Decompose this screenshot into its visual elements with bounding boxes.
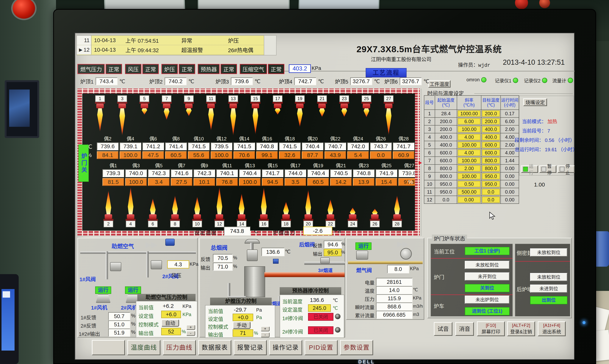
roof-temp-label: 炉顶2 xyxy=(149,78,163,85)
target-temp-value[interactable]: 400.0 xyxy=(482,134,500,140)
rate-value[interactable]: 100.00 xyxy=(458,126,480,132)
pause-button[interactable]: 暂停 xyxy=(539,165,556,173)
gas-pressure-unit: KPa xyxy=(312,65,321,71)
chamber-set-label: 设定值 xyxy=(208,315,223,322)
preheat-set-value[interactable]: 245.0 xyxy=(308,304,331,312)
target-temp-value[interactable]: 950.0 xyxy=(482,173,500,179)
burner-base xyxy=(339,102,349,104)
chamber-out-decrease-button[interactable]: - xyxy=(261,332,270,337)
rate-value[interactable]: 6.00 xyxy=(458,118,480,125)
target-cell: 200.0 xyxy=(481,117,501,125)
burner-nozzle-icon xyxy=(260,214,267,219)
rate-value[interactable]: 100.00 xyxy=(458,157,480,164)
rate-value[interactable]: 4.00 xyxy=(458,150,480,156)
gas-row-unit-压力: KPa xyxy=(413,295,421,301)
nav-button-数据报表[interactable]: 数据报表 xyxy=(198,340,231,355)
alarm-list-scrollbar[interactable] xyxy=(264,35,277,55)
roof-temp-label: 炉顶4 xyxy=(279,78,292,85)
segment-number: 3 xyxy=(424,125,435,133)
target-temp-value[interactable]: 0.0 xyxy=(482,189,500,195)
workpiece-temp-button[interactable]: 工件温度 xyxy=(428,80,450,88)
fkey-button-退出系统[interactable]: [A1t+F4]退出系统 xyxy=(538,321,566,336)
burner-settings-button[interactable]: 烧嘴设定 xyxy=(523,98,547,106)
rate-value[interactable]: 500.00 xyxy=(458,189,480,195)
burner-number: 4 xyxy=(126,221,135,227)
nav-button-压力曲线[interactable]: 压力曲线 xyxy=(163,340,196,355)
chamber-out-value[interactable]: 71 xyxy=(233,329,253,337)
thermocouple-temp: 740.4 xyxy=(302,143,323,150)
program-row-12: 120.00.000.00.00 xyxy=(424,196,519,204)
rate-value[interactable]: 100.00 xyxy=(458,142,480,148)
stop-button[interactable]: 停止 xyxy=(557,165,575,173)
thermocouple-temp: 744.0 xyxy=(285,169,306,177)
rear-out-value[interactable]: 95.0 xyxy=(324,249,342,256)
thermocouple-label: 偶7 xyxy=(171,162,192,169)
thermocouple-temp: 740.8 xyxy=(353,169,374,177)
alarm-row-number: 11 xyxy=(77,36,92,45)
gas-valve-icon[interactable] xyxy=(356,251,368,260)
rate-value[interactable]: 100.00 xyxy=(458,173,480,179)
gas-pressure-value[interactable]: 403.2 xyxy=(289,64,311,73)
target-temp-value[interactable]: 0.0 xyxy=(482,196,500,203)
target-temp-value[interactable]: 950.0 xyxy=(482,181,500,187)
target-temp-value[interactable]: 200.0 xyxy=(482,110,500,117)
roof-temp-6: 炉顶63276.7℃ xyxy=(384,78,429,85)
alarm-row[interactable]: ▶1210-04-13上午 09:44:32超温报警26#热电偶 xyxy=(77,45,264,55)
emergency-stop-button[interactable] xyxy=(11,0,37,20)
air-mode-button[interactable]: 自动 xyxy=(161,319,179,327)
fkey-button-屏幕打印[interactable]: [F10]屏幕打印 xyxy=(477,321,505,336)
nav-button-PID设置[interactable]: PID设置 xyxy=(304,340,338,355)
run-button[interactable]: 运行 xyxy=(521,165,538,173)
nav-button-操作记录[interactable]: 操作记录 xyxy=(269,340,302,355)
nav-button-参数设置[interactable]: 参数设置 xyxy=(340,340,373,355)
status-pill-未放松到位: 未放松到位 xyxy=(530,273,567,281)
nav-button-报警记录[interactable]: 报警记录 xyxy=(234,340,267,355)
thermocouple-偶28: 偶28741.760.9 xyxy=(393,135,414,159)
flue-valve-body-icon[interactable] xyxy=(247,249,258,261)
cold-valve-2-state[interactable]: 已关闭 xyxy=(308,326,333,334)
rate-value[interactable]: 1000.00 xyxy=(458,110,480,117)
target-temp-value[interactable]: 600.0 xyxy=(482,150,500,156)
rear-valve-icon[interactable] xyxy=(320,257,330,264)
fb2-unit: % xyxy=(131,321,135,327)
chamber-mode-button[interactable]: 手动 xyxy=(233,322,251,329)
chamber-out-increase-button[interactable]: + xyxy=(261,326,270,331)
air-out-increase-button[interactable]: + xyxy=(186,325,195,330)
fkey-button-登录&注销[interactable]: [ALT+F2]登录&注销 xyxy=(507,321,535,336)
air-out-value[interactable]: 52 xyxy=(161,328,181,335)
target-temp-value[interactable]: 200.0 xyxy=(482,118,500,125)
rate-cell: 2.00 xyxy=(457,165,481,172)
target-temp-value[interactable]: 800.0 xyxy=(482,165,500,171)
target-temp-value[interactable]: 600.0 xyxy=(482,142,500,148)
nav-button-温度曲线[interactable]: 温度曲线 xyxy=(127,340,160,355)
process-flow-button[interactable]: 工艺流程 xyxy=(366,68,407,78)
alarm-row[interactable]: 1110-04-13上午 07:54:51异常炉压 xyxy=(77,36,264,45)
alarm-tag: 26#热电偶 xyxy=(228,46,264,54)
status-chip-label: 燃气压力 xyxy=(78,64,105,74)
thermocouple-output-pct: 87.7 xyxy=(302,151,323,159)
mute-button[interactable]: 消音 xyxy=(455,322,474,336)
target-temp-value[interactable]: 800.0 xyxy=(482,157,500,164)
target-cell: 600.0 xyxy=(481,149,501,157)
rate-value[interactable]: 2.00 xyxy=(458,165,480,171)
cold-valve-1-state[interactable]: 已关闭 xyxy=(308,313,333,321)
air-ctrl-body: 当前值 +6.2 KPa 设定值 +6.0 KPa 控制模式 自动 输出值 52… xyxy=(136,301,198,338)
sound-test-button[interactable]: 试音 xyxy=(434,322,452,336)
rate-value[interactable]: 0.50 xyxy=(458,181,480,187)
gas-row-value-累计流量: 6966.685 xyxy=(376,311,412,319)
rate-value[interactable]: 4.00 xyxy=(458,134,480,140)
air-set-value[interactable]: +6.0 xyxy=(161,311,181,318)
rate-value[interactable]: 0.00 xyxy=(458,196,480,203)
cold-valve-1-eye-icon[interactable] xyxy=(335,314,341,319)
nav-button-blank[interactable] xyxy=(92,340,125,355)
status-chip-label: 风压 xyxy=(125,64,141,74)
air-out-decrease-button[interactable]: - xyxy=(186,331,195,336)
gas-row-value-瞬时流量: 868.6 xyxy=(376,302,412,311)
status-chip-压缩空气: 压缩空气正常 xyxy=(240,64,284,74)
target-temp-value[interactable]: 400.0 xyxy=(482,126,500,132)
chamber-set-value[interactable]: +0.0 xyxy=(233,314,253,321)
air-valve-2-icon[interactable] xyxy=(151,260,162,269)
air-valve-1-icon[interactable] xyxy=(110,262,121,271)
program-row-4: 4400.04.00400.04.00 xyxy=(424,133,519,141)
cold-valve-2-eye-icon[interactable] xyxy=(335,327,341,333)
